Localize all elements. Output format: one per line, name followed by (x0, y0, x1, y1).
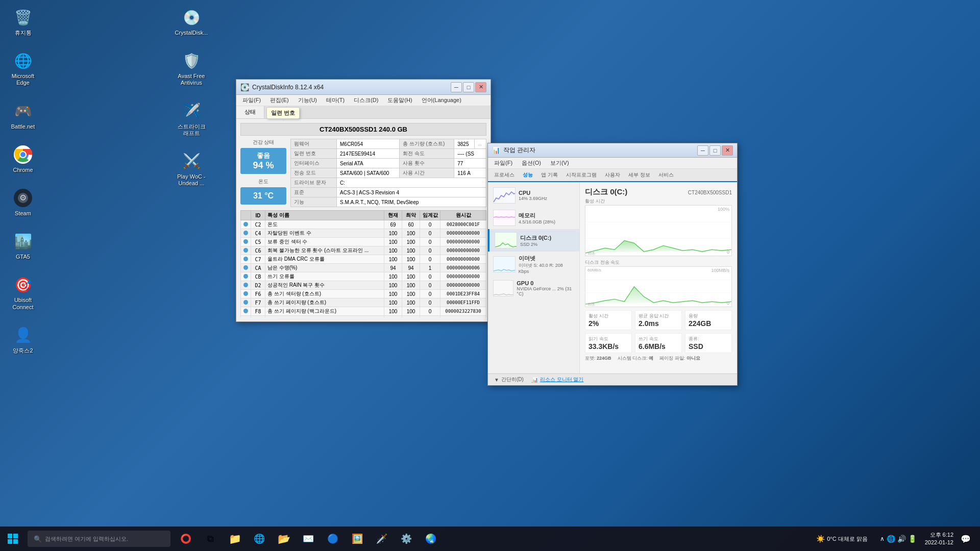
gpu-mini-graph (493, 280, 513, 296)
attr-threshold: 0 (420, 272, 440, 281)
tm-tab-services[interactable]: 서비스 (654, 169, 678, 181)
icon-ubisoft[interactable]: 🎯 Ubisoft Connect (5, 272, 41, 312)
tm-menu-options[interactable]: 옵션(O) (518, 158, 545, 168)
attr-id: F8 (251, 307, 265, 316)
crystal-menu-function[interactable]: 기능(U) (294, 95, 321, 105)
tb-icon-cortana[interactable]: ⭕ (175, 528, 197, 550)
notification-button[interactable]: 💬 (958, 534, 974, 544)
icon-playwoc-label: Play WoC - Undead ... (176, 173, 207, 187)
icon-yangjuk2[interactable]: 👤 양죽스2 (5, 323, 41, 356)
attr-worst: 100 (402, 281, 420, 290)
crystal-menu-edit[interactable]: 편집(E) (266, 95, 293, 105)
stat-active-value: 2% (589, 319, 628, 328)
attr-raw: 0028000C001F (440, 220, 486, 229)
tm-collapse-button[interactable]: ▼ 간단히(D) (494, 376, 524, 383)
crystal-menu-file[interactable]: 파일(F) (238, 95, 265, 105)
chart2-top-label: 100MB/s (711, 268, 729, 273)
attr-current: 69 (384, 220, 402, 229)
crystal-tab-status[interactable]: 상태 (236, 106, 264, 118)
attr-current: 100 (384, 316, 402, 318)
icon-gta5[interactable]: 🏙️ GTA5 (5, 229, 41, 262)
taskbar-search[interactable]: 🔍 검색하려면 여기에 입력하십시오. (28, 531, 170, 547)
tm-sidebar-item-gpu[interactable]: GPU 0 NVIDIA GeForce ... 2% (31 °C) (488, 277, 579, 299)
crystal-maximize-button[interactable]: □ (463, 82, 474, 92)
stat-system-label: 시스템 디스크 (618, 356, 647, 361)
stat-formatted-label: 포맷 (585, 356, 594, 361)
table-row: F9 총 ISP 새로 고침 횟수 100 100 0 000000000000 (241, 316, 486, 318)
tm-sidebar-item-memory[interactable]: 메모리 4.5/16.0GB (28%) (488, 207, 579, 229)
chart2-svg: 60초 (585, 267, 731, 307)
taskbar-weather[interactable]: ☀️ 0°C 대체로 맑음 (812, 535, 872, 543)
taskbar-app-icons: ⭕ ⧉ 📁 🌐 📂 ✉️ 🔵 🖼️ 🗡️ ⚙️ 🌏 (175, 528, 442, 550)
crystal-menu-theme[interactable]: 테마(T) (322, 95, 349, 105)
icon-playwoc[interactable]: ⚔️ Play WoC - Undead ... (174, 149, 209, 189)
table-row: CB 쓰기 오류률 100 100 0 000000000000 (241, 272, 486, 281)
task-manager-window: 📊 작업 관리자 ─ □ ✕ 파일(F) 옵션(O) 보기(V) 프로세스 성능… (487, 143, 738, 386)
tm-tab-performance[interactable]: 성능 (519, 169, 537, 182)
total-write-value: 3825 (454, 139, 475, 149)
task-mgr-maximize-button[interactable]: □ (709, 145, 721, 156)
tb-icon-chrome2[interactable]: 🔵 (322, 528, 344, 550)
attr-status-dot (241, 281, 251, 290)
crystal-menu-disk[interactable]: 디스크(D) (350, 95, 382, 105)
resource-monitor-link[interactable]: 📊 리소스 모니터 열기 (532, 376, 584, 383)
crystal-menu-help[interactable]: 도움말(H) (383, 95, 416, 105)
icon-recycle[interactable]: 🗑️ 휴지통 (5, 5, 41, 38)
tm-menu-view[interactable]: 보기(V) (546, 158, 573, 168)
tm-tab-processes[interactable]: 프로세스 (490, 169, 519, 181)
icon-strikecraft[interactable]: ✈️ 스트라이크래프트 (174, 99, 209, 139)
tb-icon-edge[interactable]: 🌐 (248, 528, 271, 550)
tm-menu-file[interactable]: 파일(F) (490, 158, 517, 168)
tb-icon-explorer[interactable]: 📁 (224, 528, 246, 550)
tm-tab-app-history[interactable]: 앱 기록 (537, 169, 562, 181)
tm-sidebar-item-cpu[interactable]: CPU 14% 3.69GHz (488, 184, 579, 207)
attr-scroll-area[interactable]: ID 특성 이름 현재 최악 임계값 원시값 C2 온도 69 60 (240, 210, 486, 317)
crystal-minimize-button[interactable]: ─ (451, 82, 462, 92)
tm-tab-startup[interactable]: 시작프로그램 (562, 169, 601, 181)
standard-label: 표준 (291, 188, 337, 197)
stat-read-value: 33.3KB/s (589, 342, 628, 350)
table-row: 기능 S.M.A.R.T., NCQ, TRIM, DevSleep (291, 197, 486, 207)
icon-steam[interactable]: ⚙ Steam (5, 186, 41, 219)
crystal-titlebar: 💽 CrystalDiskInfo 8.12.4 x64 ─ □ ✕ (236, 80, 491, 95)
tm-sidebar-item-network[interactable]: 이더넷 이더넷 S: 40.0 R: 208 Kbps (488, 252, 579, 277)
gpu-title: GPU 0 (517, 280, 574, 286)
attr-threshold: 0 (420, 246, 440, 255)
svg-rect-15 (8, 539, 12, 544)
firmware-value: M6CR054 (337, 139, 400, 149)
start-button[interactable] (0, 527, 26, 551)
icon-steam-label: Steam (15, 210, 31, 217)
attr-col-raw: 원시값 (440, 211, 486, 220)
tb-icon-internet[interactable]: 🌏 (420, 528, 442, 550)
icon-crystaldisk[interactable]: 💿 CrystalDisk... (174, 5, 209, 38)
icon-edge[interactable]: 🌐 Microsoft Edge (5, 48, 41, 88)
cpu-title: CPU (519, 190, 547, 196)
tray-chevron[interactable]: ∧ (880, 535, 885, 542)
table-row: C4 자탈당된 이벤트 수 100 100 0 000000000000 (241, 229, 486, 238)
attr-raw: 000000000006 (440, 264, 486, 272)
memory-mini-graph (493, 210, 516, 226)
icon-battlenet[interactable]: 🎮 Battle.net (5, 99, 41, 132)
attr-threshold: 0 (420, 229, 440, 238)
task-mgr-close-button[interactable]: ✕ (722, 145, 733, 156)
tb-icon-taskview[interactable]: ⧉ (199, 528, 222, 550)
tb-icon-folder[interactable]: 📂 (273, 528, 295, 550)
crystal-menu-language[interactable]: 언어(Language) (418, 95, 465, 105)
icon-avast[interactable]: 🛡️ Avast Free Antivirus (174, 48, 209, 88)
taskbar-clock[interactable]: 오후 6:12 2022-01-12 (925, 531, 953, 547)
crystal-close-button[interactable]: ✕ (475, 82, 486, 92)
tb-icon-mail[interactable]: ✉️ (297, 528, 320, 550)
task-mgr-minimize-button[interactable]: ─ (697, 145, 708, 156)
tm-sidebar-item-disk[interactable]: 디스크 0(C:) SSD 2% (488, 229, 579, 252)
tm-tab-details[interactable]: 세부 정보 (624, 169, 654, 181)
tb-icon-game[interactable]: 🗡️ (371, 528, 393, 550)
attr-worst: 94 (402, 264, 420, 272)
attr-table-body: C2 온도 69 60 0 0028000C001F C4 자탈당된 이벤트 수… (241, 220, 486, 318)
tb-icon-photos[interactable]: 🖼️ (346, 528, 369, 550)
disk-detail-title: 디스크 0(C:) (585, 187, 627, 197)
tb-icon-steam[interactable]: ⚙️ (395, 528, 418, 550)
disk-subtitle: SSD 2% (520, 242, 551, 247)
tm-tab-users[interactable]: 사용자 (601, 169, 624, 181)
attr-threshold: 0 (420, 298, 440, 307)
icon-chrome[interactable]: Chrome (5, 142, 41, 176)
